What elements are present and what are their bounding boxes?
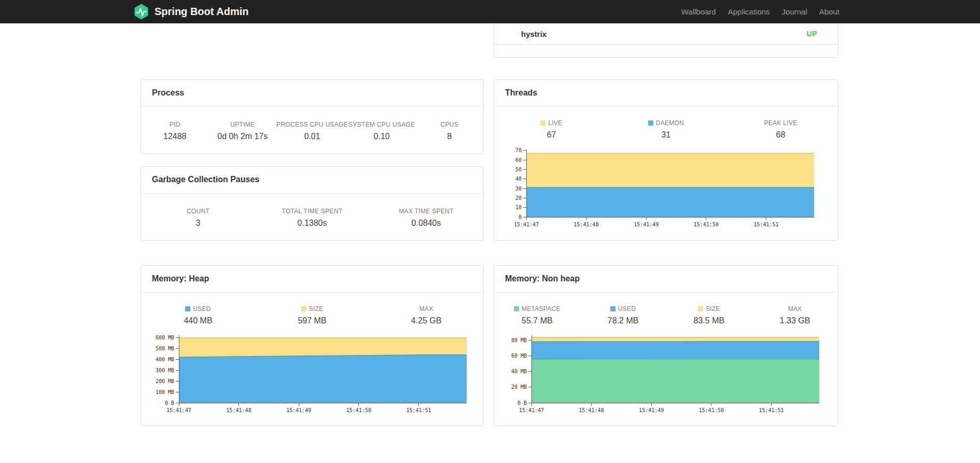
stat-heap-max: MAX 4.25 GB xyxy=(369,297,483,333)
threads-chart: 01020304050607015:41:4715:41:4815:41:491… xyxy=(514,147,818,233)
stat-process-cpu-usage: PROCESS CPU USAGE 0.01 xyxy=(276,107,348,155)
svg-text:600 MB: 600 MB xyxy=(156,335,174,341)
memory-nonheap-card: Memory: Non heap METASPACE 55.7 MB USED … xyxy=(494,265,838,426)
svg-text:15:41:47: 15:41:47 xyxy=(166,407,191,413)
svg-text:10: 10 xyxy=(515,205,522,210)
svg-text:20 MB: 20 MB xyxy=(511,384,526,390)
svg-text:0: 0 xyxy=(519,214,522,220)
application-status-card: hystrix UP xyxy=(494,23,838,58)
process-card-title: Process xyxy=(141,80,483,107)
svg-text:15:41:50: 15:41:50 xyxy=(698,407,723,413)
threads-card: Threads LIVE 67 DAEMON 31 PEAK LIVE 68 xyxy=(494,79,838,241)
threads-card-title: Threads xyxy=(494,80,838,107)
stat-pid: PID 12488 xyxy=(141,107,209,155)
svg-text:15:41:48: 15:41:48 xyxy=(227,407,251,413)
svg-text:0 B: 0 B xyxy=(165,400,174,406)
memory-nonheap-chart: 0 B20 MB40 MB60 MB80 MB15:41:4715:41:481… xyxy=(509,333,823,418)
svg-text:300 MB: 300 MB xyxy=(156,367,174,373)
live-legend-swatch xyxy=(540,120,545,126)
svg-text:40: 40 xyxy=(515,176,522,182)
status-badge: UP xyxy=(807,30,817,38)
gc-stats: COUNT 3 TOTAL TIME SPENT 0.1380s MAX TIM… xyxy=(141,194,483,241)
svg-text:15:41:48: 15:41:48 xyxy=(574,222,599,227)
svg-text:15:41:47: 15:41:47 xyxy=(514,222,539,227)
dashboard-page: Spring Boot Admin Wallboard Applications… xyxy=(0,0,980,463)
svg-text:70: 70 xyxy=(515,147,522,153)
daemon-legend-swatch xyxy=(648,120,653,126)
svg-text:100 MB: 100 MB xyxy=(156,389,174,395)
stat-live-threads: LIVE 67 xyxy=(494,111,609,147)
memory-heap-chart: 0 B100 MB200 MB300 MB400 MB500 MB600 MB1… xyxy=(153,333,471,418)
stat-uptime: UPTIME 0d 0h 2m 17s xyxy=(209,107,277,155)
stat-nonheap-used: USED 78.2 MB xyxy=(580,297,666,333)
svg-text:20: 20 xyxy=(515,195,522,201)
svg-text:60 MB: 60 MB xyxy=(511,353,526,359)
svg-text:15:41:51: 15:41:51 xyxy=(759,407,783,413)
svg-text:15:41:51: 15:41:51 xyxy=(406,407,431,413)
heap-size-legend-swatch xyxy=(301,306,306,311)
stat-nonheap-max: MAX 1.33 GB xyxy=(752,297,838,333)
heap-used-legend-swatch xyxy=(185,306,190,311)
brand-title: Spring Boot Admin xyxy=(155,6,248,18)
threads-legend: LIVE 67 DAEMON 31 PEAK LIVE 68 xyxy=(494,107,838,147)
heap-card-title: Memory: Heap xyxy=(141,266,483,293)
nonheap-card-title: Memory: Non heap xyxy=(494,266,838,293)
svg-text:80 MB: 80 MB xyxy=(511,337,526,343)
stat-heap-used: USED 440 MB xyxy=(141,297,255,333)
brand[interactable]: Spring Boot Admin xyxy=(133,4,248,20)
svg-text:15:41:49: 15:41:49 xyxy=(286,407,311,413)
nav-about[interactable]: About xyxy=(819,7,839,16)
stat-daemon-threads: DAEMON 31 xyxy=(609,111,723,147)
stat-heap-size: SIZE 597 MB xyxy=(255,297,369,333)
gc-card-title: Garbage Collection Pauses xyxy=(141,167,483,194)
svg-text:15:41:50: 15:41:50 xyxy=(694,222,719,227)
memory-heap-card: Memory: Heap USED 440 MB SIZE 597 MB MAX… xyxy=(141,265,484,426)
heap-legend: USED 440 MB SIZE 597 MB MAX 4.25 GB xyxy=(141,293,483,333)
process-card: Process PID 12488 UPTIME 0d 0h 2m 17s PR… xyxy=(141,79,484,154)
svg-text:0 B: 0 B xyxy=(517,400,526,406)
stat-gc-total-time: TOTAL TIME SPENT 0.1380s xyxy=(255,194,369,241)
stat-gc-max-time: MAX TIME SPENT 0.0840s xyxy=(369,194,483,241)
svg-text:15:41:48: 15:41:48 xyxy=(579,407,604,413)
spring-boot-admin-logo-icon xyxy=(133,4,149,20)
navbar: Spring Boot Admin Wallboard Applications… xyxy=(0,0,980,23)
svg-text:40 MB: 40 MB xyxy=(511,369,526,374)
application-row[interactable]: hystrix UP xyxy=(494,23,838,45)
application-name: hystrix xyxy=(521,30,547,38)
svg-text:400 MB: 400 MB xyxy=(156,357,174,362)
stat-metaspace: METASPACE 55.7 MB xyxy=(494,297,580,333)
nav-applications[interactable]: Applications xyxy=(728,7,770,16)
nav-wallboard[interactable]: Wallboard xyxy=(681,7,716,16)
svg-text:15:41:49: 15:41:49 xyxy=(634,222,659,227)
stat-nonheap-size: SIZE 83.5 MB xyxy=(666,297,752,333)
metaspace-legend-swatch xyxy=(514,306,519,311)
nonheap-size-legend-swatch xyxy=(698,306,703,311)
svg-text:200 MB: 200 MB xyxy=(156,378,174,384)
nonheap-legend: METASPACE 55.7 MB USED 78.2 MB SIZE 83.5… xyxy=(494,293,838,333)
stat-system-cpu-usage: SYSTEM CPU USAGE 0.10 xyxy=(348,107,416,155)
process-stats: PID 12488 UPTIME 0d 0h 2m 17s PROCESS CP… xyxy=(141,107,483,155)
svg-text:30: 30 xyxy=(515,186,522,192)
stat-cpus: CPUS 8 xyxy=(415,107,483,155)
svg-text:60: 60 xyxy=(515,157,522,163)
svg-text:15:41:47: 15:41:47 xyxy=(519,407,543,413)
svg-text:15:41:50: 15:41:50 xyxy=(346,407,371,413)
stat-peak-live-threads: PEAK LIVE 68 xyxy=(723,111,838,147)
nav-links: Wallboard Applications Journal About xyxy=(681,7,839,16)
nav-journal[interactable]: Journal xyxy=(782,7,807,16)
gc-pauses-card: Garbage Collection Pauses COUNT 3 TOTAL … xyxy=(141,166,484,241)
svg-text:500 MB: 500 MB xyxy=(156,346,174,351)
svg-text:15:41:51: 15:41:51 xyxy=(753,222,778,227)
svg-text:15:41:49: 15:41:49 xyxy=(639,407,664,413)
nonheap-used-legend-swatch xyxy=(610,306,615,311)
svg-text:50: 50 xyxy=(515,167,522,172)
stat-gc-count: COUNT 3 xyxy=(141,194,255,241)
